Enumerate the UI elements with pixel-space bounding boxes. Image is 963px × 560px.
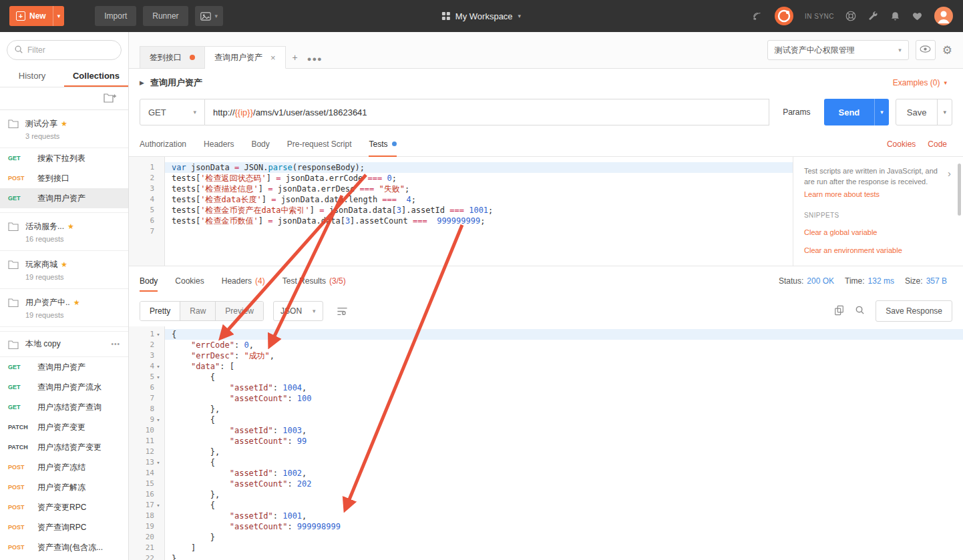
bell-icon[interactable] (890, 11, 901, 22)
request-item[interactable]: POST资产变更RPC (0, 497, 128, 517)
send-dropdown-caret[interactable]: ▾ (874, 99, 889, 125)
fold-caret-icon[interactable]: ▾ (154, 329, 162, 340)
method-label: POST (8, 464, 32, 471)
request-tab-1[interactable]: 签到接口 (140, 46, 205, 69)
method-label: GET (8, 195, 32, 202)
params-button[interactable]: Params (769, 99, 823, 125)
fold-caret-icon[interactable]: ▾ (154, 414, 162, 425)
collection-item[interactable]: 用户资产中..★19 requests (0, 289, 128, 327)
response-body-viewer[interactable]: 1▾{2 "errCode": 0,3 "errDesc": "成功",4▾ "… (129, 326, 963, 560)
import-button[interactable]: Import (95, 6, 136, 26)
folder-icon (8, 221, 19, 231)
workspace-switcher[interactable]: My Workspace ▾ (442, 11, 521, 21)
save-button[interactable]: Save ▾ (896, 99, 952, 125)
environment-select[interactable]: 测试资产中心权限管理▾ (767, 40, 909, 60)
request-item[interactable]: POST用户资产解冻 (0, 477, 128, 497)
code-line: 5tests['检查金币资产在data中索引'] = jsonData.data… (129, 205, 793, 216)
request-item[interactable]: GET查询用户资产 (0, 188, 128, 208)
filter-box[interactable] (7, 40, 122, 60)
snippet-clear-global[interactable]: Clear a global variable (804, 228, 951, 238)
save-dropdown-caret[interactable]: ▾ (937, 99, 952, 125)
tab-collections[interactable]: Collections (64, 65, 128, 87)
fold-caret-icon[interactable]: ▾ (154, 457, 162, 468)
tests-editor[interactable]: 1var jsonData = JSON.parse(responseBody)… (129, 157, 793, 266)
code-line: 11 "assetCount": 99 (129, 436, 963, 447)
request-item[interactable]: GET查询用户资产流水 (0, 377, 128, 397)
method-select[interactable]: GET▾ (140, 99, 205, 125)
send-button[interactable]: Send ▾ (824, 99, 889, 125)
scrollbar-thumb[interactable] (958, 164, 961, 216)
cookies-link[interactable]: Cookies (887, 139, 916, 149)
request-item[interactable]: PATCH用户冻结资产变更 (0, 437, 128, 457)
heart-icon[interactable] (912, 11, 923, 22)
tests-help-text: Test scripts are written in JavaScript, … (804, 166, 951, 188)
folder-item[interactable]: 本地 copy••• (0, 331, 128, 357)
collection-item[interactable]: 测试分享★3 requests (0, 110, 128, 148)
wrench-icon[interactable] (868, 11, 879, 22)
search-icon[interactable] (855, 305, 865, 317)
tab-headers[interactable]: Headers (204, 131, 234, 156)
response-tab-cookies[interactable]: Cookies (175, 266, 204, 296)
snippet-clear-environment[interactable]: Clear an environment variable (804, 246, 951, 256)
tab-authorization[interactable]: Authorization (140, 131, 186, 156)
tab-more-button[interactable]: ●●● (307, 55, 323, 63)
environment-quicklook-button[interactable] (916, 40, 936, 60)
more-icon[interactable]: ••• (111, 340, 120, 348)
wrap-text-icon[interactable] (337, 306, 348, 316)
view-raw[interactable]: Raw (180, 302, 215, 320)
request-item[interactable]: GET用户冻结资产查询 (0, 397, 128, 417)
response-lines: 1▾{2 "errCode": 0,3 "errDesc": "成功",4▾ "… (129, 329, 963, 560)
view-mode-group: Pretty Raw Preview (140, 301, 264, 321)
copy-icon[interactable] (834, 305, 844, 318)
fold-caret-icon[interactable]: ▾ (154, 361, 162, 372)
close-icon[interactable]: × (270, 53, 276, 63)
view-pretty[interactable]: Pretty (140, 302, 180, 320)
new-dropdown-caret[interactable]: ▾ (53, 6, 65, 26)
runner-button[interactable]: Runner (143, 6, 188, 26)
fold-caret-icon[interactable]: ▾ (154, 372, 162, 382)
tab-body[interactable]: Body (251, 131, 269, 156)
request-item[interactable]: POST资产查询RPC (0, 517, 128, 537)
collection-item[interactable]: 活动服务...★16 requests (0, 212, 128, 251)
response-tab-test-results[interactable]: Test Results(3/5) (282, 266, 346, 296)
new-folder-icon[interactable] (104, 93, 116, 105)
postman-logo-icon[interactable] (774, 6, 794, 26)
request-tab-2[interactable]: 查询用户资产 × (205, 46, 286, 69)
tab-pre-request-script[interactable]: Pre-request Script (287, 131, 352, 156)
collection-name: 玩家商城★ (25, 259, 67, 270)
tab-history[interactable]: History (0, 65, 64, 87)
request-item[interactable]: POST资产查询(包含冻... (0, 537, 128, 557)
gear-icon[interactable]: ⚙ (942, 45, 952, 56)
tab-tests[interactable]: Tests (369, 131, 397, 156)
save-response-button[interactable]: Save Response (876, 300, 952, 322)
folder-icon (8, 297, 19, 307)
disclosure-triangle-icon[interactable]: ▶ (140, 79, 144, 86)
request-item[interactable]: POST签到接口 (0, 168, 128, 188)
filter-input[interactable] (27, 45, 108, 55)
request-item[interactable]: POST用户资产冻结 (0, 457, 128, 477)
new-tab-button[interactable]: + (293, 52, 298, 63)
avatar[interactable] (934, 6, 954, 26)
code-link[interactable]: Code (928, 139, 947, 149)
open-new-button[interactable]: ▾ (195, 6, 224, 26)
response-tab-body[interactable]: Body (140, 266, 158, 296)
format-select[interactable]: JSON▾ (273, 301, 323, 321)
capture-icon[interactable] (751, 10, 763, 22)
url-input[interactable]: http://{{ip}}/ams/v1/user/asset/18623641 (205, 99, 769, 125)
request-item[interactable]: GET搜索下拉列表 (0, 148, 128, 168)
request-name: 用户冻结资产变更 (37, 442, 102, 453)
help-icon[interactable] (845, 10, 857, 22)
collection-item[interactable]: 玩家商城★19 requests (0, 251, 128, 289)
examples-button[interactable]: Examples (0)▾ (893, 78, 947, 87)
new-button[interactable]: +New ▾ (9, 6, 64, 26)
view-preview[interactable]: Preview (215, 302, 263, 320)
method-label: POST (8, 484, 32, 491)
learn-more-link[interactable]: Learn more about tests (804, 190, 880, 200)
fold-caret-icon[interactable]: ▾ (154, 500, 162, 511)
code-line: 19 "assetCount": 999998999 (129, 521, 963, 532)
chevron-right-icon[interactable]: › (948, 166, 951, 181)
request-item[interactable]: GET查询用户资产 (0, 357, 128, 377)
line-number: 2 (150, 173, 154, 184)
request-item[interactable]: PATCH用户资产变更 (0, 417, 128, 437)
response-tab-headers[interactable]: Headers(4) (222, 266, 265, 296)
